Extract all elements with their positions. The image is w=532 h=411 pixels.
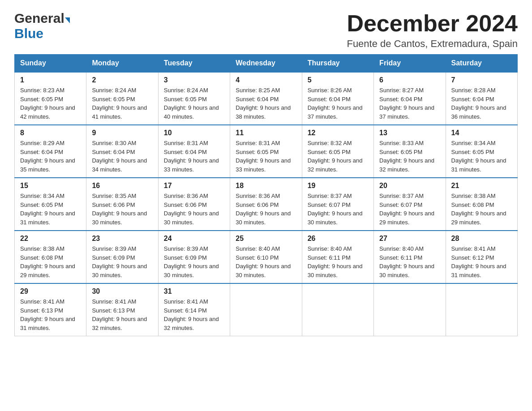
day-info: Sunrise: 8:36 AMSunset: 6:06 PMDaylight:… [164, 192, 224, 227]
day-info: Sunrise: 8:38 AMSunset: 6:08 PMDaylight:… [451, 192, 512, 227]
day-info: Sunrise: 8:41 AMSunset: 6:13 PMDaylight:… [92, 297, 152, 332]
day-info: Sunrise: 8:39 AMSunset: 6:09 PMDaylight:… [92, 244, 152, 279]
day-cell: 5Sunrise: 8:26 AMSunset: 6:04 PMDaylight… [302, 72, 373, 125]
day-cell: 16Sunrise: 8:35 AMSunset: 6:06 PMDayligh… [86, 178, 158, 231]
week-row-1: 1Sunrise: 8:23 AMSunset: 6:05 PMDaylight… [15, 72, 518, 125]
day-info: Sunrise: 8:33 AMSunset: 6:05 PMDaylight:… [379, 139, 440, 174]
weekday-header-monday: Monday [86, 55, 158, 73]
day-cell: 25Sunrise: 8:40 AMSunset: 6:10 PMDayligh… [230, 231, 302, 283]
day-cell: 31Sunrise: 8:41 AMSunset: 6:14 PMDayligh… [158, 283, 230, 336]
weekday-header-friday: Friday [374, 55, 446, 73]
week-row-5: 29Sunrise: 8:41 AMSunset: 6:13 PMDayligh… [15, 283, 518, 336]
day-cell: 22Sunrise: 8:38 AMSunset: 6:08 PMDayligh… [15, 231, 86, 283]
day-cell: 10Sunrise: 8:31 AMSunset: 6:04 PMDayligh… [158, 125, 230, 178]
weekday-header-sunday: Sunday [15, 55, 86, 73]
day-info: Sunrise: 8:41 AMSunset: 6:13 PMDaylight:… [20, 297, 81, 332]
day-cell: 30Sunrise: 8:41 AMSunset: 6:13 PMDayligh… [86, 283, 158, 336]
logo-blue-text: Blue [14, 26, 43, 41]
day-info: Sunrise: 8:29 AMSunset: 6:04 PMDaylight:… [20, 139, 81, 174]
day-info: Sunrise: 8:35 AMSunset: 6:06 PMDaylight:… [92, 192, 152, 227]
day-number: 3 [164, 76, 224, 84]
day-number: 24 [164, 235, 224, 243]
day-cell: 14Sunrise: 8:34 AMSunset: 6:05 PMDayligh… [446, 125, 517, 178]
week-row-4: 22Sunrise: 8:38 AMSunset: 6:08 PMDayligh… [15, 231, 518, 283]
day-info: Sunrise: 8:26 AMSunset: 6:04 PMDaylight:… [308, 86, 368, 121]
day-number: 9 [92, 129, 152, 137]
day-number: 20 [379, 182, 440, 190]
day-info: Sunrise: 8:39 AMSunset: 6:09 PMDaylight:… [164, 244, 224, 279]
day-number: 25 [236, 235, 296, 243]
day-cell: 20Sunrise: 8:37 AMSunset: 6:07 PMDayligh… [374, 178, 446, 231]
day-cell: 19Sunrise: 8:37 AMSunset: 6:07 PMDayligh… [302, 178, 373, 231]
weekday-header-thursday: Thursday [302, 55, 373, 73]
day-number: 13 [379, 129, 440, 137]
day-number: 6 [379, 76, 440, 84]
day-info: Sunrise: 8:24 AMSunset: 6:05 PMDaylight:… [164, 86, 224, 121]
logo: General Blue [14, 11, 70, 41]
weekday-header-row: SundayMondayTuesdayWednesdayThursdayFrid… [15, 55, 518, 73]
day-cell: 17Sunrise: 8:36 AMSunset: 6:06 PMDayligh… [158, 178, 230, 231]
day-cell [446, 283, 517, 336]
day-number: 29 [20, 287, 81, 295]
day-info: Sunrise: 8:31 AMSunset: 6:04 PMDaylight:… [164, 139, 224, 174]
day-info: Sunrise: 8:41 AMSunset: 6:12 PMDaylight:… [451, 244, 512, 279]
day-number: 17 [164, 182, 224, 190]
week-row-2: 8Sunrise: 8:29 AMSunset: 6:04 PMDaylight… [15, 125, 518, 178]
day-cell: 13Sunrise: 8:33 AMSunset: 6:05 PMDayligh… [374, 125, 446, 178]
day-cell: 27Sunrise: 8:40 AMSunset: 6:11 PMDayligh… [374, 231, 446, 283]
month-year-title: December 2024 [347, 11, 518, 36]
day-cell: 7Sunrise: 8:28 AMSunset: 6:04 PMDaylight… [446, 72, 517, 125]
day-info: Sunrise: 8:30 AMSunset: 6:04 PMDaylight:… [92, 139, 152, 174]
day-cell [302, 283, 373, 336]
page-header: General Blue December 2024 Fuente de Can… [14, 11, 518, 50]
day-info: Sunrise: 8:27 AMSunset: 6:04 PMDaylight:… [379, 86, 440, 121]
day-info: Sunrise: 8:34 AMSunset: 6:05 PMDaylight:… [451, 139, 512, 174]
day-number: 7 [451, 76, 512, 84]
day-number: 12 [308, 129, 368, 137]
day-cell: 9Sunrise: 8:30 AMSunset: 6:04 PMDaylight… [86, 125, 158, 178]
day-number: 4 [236, 76, 296, 84]
weekday-header-wednesday: Wednesday [230, 55, 302, 73]
day-cell: 21Sunrise: 8:38 AMSunset: 6:08 PMDayligh… [446, 178, 517, 231]
day-info: Sunrise: 8:25 AMSunset: 6:04 PMDaylight:… [236, 86, 296, 121]
day-number: 5 [308, 76, 368, 84]
day-number: 26 [308, 235, 368, 243]
day-cell: 18Sunrise: 8:36 AMSunset: 6:06 PMDayligh… [230, 178, 302, 231]
weekday-header-saturday: Saturday [446, 55, 517, 73]
weekday-header-tuesday: Tuesday [158, 55, 230, 73]
day-number: 1 [20, 76, 81, 84]
day-cell: 1Sunrise: 8:23 AMSunset: 6:05 PMDaylight… [15, 72, 86, 125]
title-block: December 2024 Fuente de Cantos, Extremad… [347, 11, 518, 50]
day-info: Sunrise: 8:41 AMSunset: 6:14 PMDaylight:… [164, 297, 224, 332]
day-cell: 4Sunrise: 8:25 AMSunset: 6:04 PMDaylight… [230, 72, 302, 125]
day-cell: 15Sunrise: 8:34 AMSunset: 6:05 PMDayligh… [15, 178, 86, 231]
day-number: 15 [20, 182, 81, 190]
day-number: 18 [236, 182, 296, 190]
day-cell: 23Sunrise: 8:39 AMSunset: 6:09 PMDayligh… [86, 231, 158, 283]
day-info: Sunrise: 8:37 AMSunset: 6:07 PMDaylight:… [379, 192, 440, 227]
day-info: Sunrise: 8:36 AMSunset: 6:06 PMDaylight:… [236, 192, 296, 227]
day-info: Sunrise: 8:31 AMSunset: 6:05 PMDaylight:… [236, 139, 296, 174]
day-cell: 24Sunrise: 8:39 AMSunset: 6:09 PMDayligh… [158, 231, 230, 283]
day-info: Sunrise: 8:28 AMSunset: 6:04 PMDaylight:… [451, 86, 512, 121]
week-row-3: 15Sunrise: 8:34 AMSunset: 6:05 PMDayligh… [15, 178, 518, 231]
day-cell: 3Sunrise: 8:24 AMSunset: 6:05 PMDaylight… [158, 72, 230, 125]
day-cell: 12Sunrise: 8:32 AMSunset: 6:05 PMDayligh… [302, 125, 373, 178]
day-number: 21 [451, 182, 512, 190]
day-number: 16 [92, 182, 152, 190]
day-number: 10 [164, 129, 224, 137]
day-cell: 28Sunrise: 8:41 AMSunset: 6:12 PMDayligh… [446, 231, 517, 283]
calendar-table: SundayMondayTuesdayWednesdayThursdayFrid… [14, 54, 518, 336]
day-info: Sunrise: 8:40 AMSunset: 6:11 PMDaylight:… [308, 244, 368, 279]
day-cell: 2Sunrise: 8:24 AMSunset: 6:05 PMDaylight… [86, 72, 158, 125]
day-number: 30 [92, 287, 152, 295]
day-info: Sunrise: 8:37 AMSunset: 6:07 PMDaylight:… [308, 192, 368, 227]
day-cell: 26Sunrise: 8:40 AMSunset: 6:11 PMDayligh… [302, 231, 373, 283]
day-cell: 29Sunrise: 8:41 AMSunset: 6:13 PMDayligh… [15, 283, 86, 336]
logo-triangle-icon [65, 17, 70, 23]
day-number: 19 [308, 182, 368, 190]
day-number: 31 [164, 287, 224, 295]
logo-general-text: General [14, 11, 64, 26]
day-cell [374, 283, 446, 336]
day-info: Sunrise: 8:23 AMSunset: 6:05 PMDaylight:… [20, 86, 81, 121]
